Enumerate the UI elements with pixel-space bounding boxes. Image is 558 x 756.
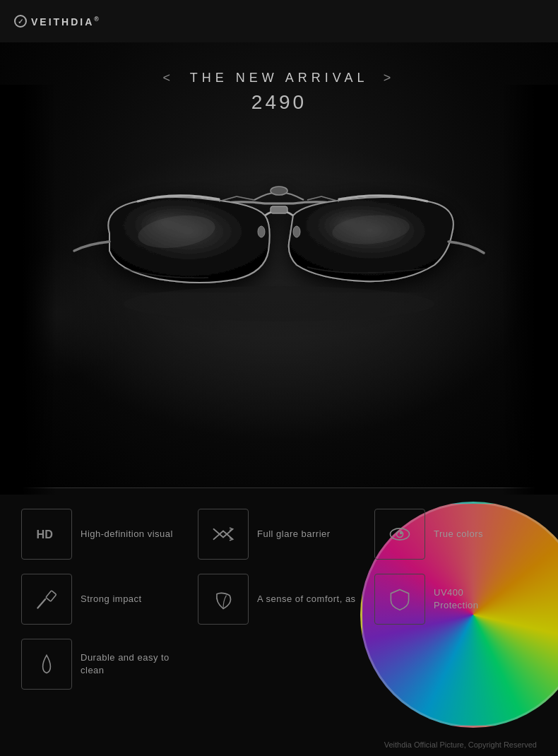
leaf-icon xyxy=(210,586,236,612)
side-fade-right xyxy=(501,85,558,495)
hero-section: < THE NEW ARRIVAL > 2490 xyxy=(0,42,558,495)
eye-icon-box xyxy=(374,509,425,560)
glare-icon-box xyxy=(198,509,249,560)
svg-point-7 xyxy=(124,286,434,321)
svg-rect-3 xyxy=(271,206,287,213)
svg-rect-12 xyxy=(46,591,57,601)
side-fade-left xyxy=(0,85,57,495)
svg-point-4 xyxy=(258,226,265,237)
feature-clean: Durable and easy to clean xyxy=(21,639,191,690)
sunglasses-image xyxy=(67,141,491,353)
hammer-icon xyxy=(34,586,59,612)
svg-point-11 xyxy=(400,532,402,534)
right-arrow: > xyxy=(384,71,396,85)
logo-checkmark: ✓ xyxy=(18,18,23,25)
drop-icon-box xyxy=(21,639,72,690)
feature-impact: Strong impact xyxy=(21,574,191,625)
true-colors-label: True colors xyxy=(434,528,483,541)
hd-icon-box: HD xyxy=(21,509,72,560)
logo-text: VEITHDIA® xyxy=(31,16,101,28)
left-arrow: < xyxy=(163,71,175,85)
logo-brand-name: VEITHDIA xyxy=(31,16,94,27)
features-grid: HD High-definition visual Full glare bar… xyxy=(21,509,537,690)
feature-true-colors: True colors xyxy=(374,509,544,560)
new-arrival-banner: < THE NEW ARRIVAL > 2490 xyxy=(0,42,558,114)
shield-icon xyxy=(387,586,412,612)
hd-label: High-definition visual xyxy=(81,528,173,541)
shuffle-icon xyxy=(210,521,236,547)
clean-label: Durable and easy to clean xyxy=(81,651,191,677)
uv400-label: UV400 Protection xyxy=(434,586,479,612)
copyright-text: Veithdia Official Picture, Copyright Res… xyxy=(384,740,537,749)
eye-icon xyxy=(387,521,412,547)
new-arrival-label: THE NEW ARRIVAL xyxy=(190,71,368,85)
leaf-icon-box xyxy=(198,574,249,625)
header: ✓ VEITHDIA® xyxy=(0,0,558,42)
shield-icon-box xyxy=(374,574,425,625)
feature-hd: HD High-definition visual xyxy=(21,509,191,560)
logo: ✓ VEITHDIA® xyxy=(14,15,101,28)
svg-line-13 xyxy=(37,599,45,608)
svg-point-6 xyxy=(271,187,287,195)
features-section: HD High-definition visual Full glare bar… xyxy=(0,488,558,756)
feature-uv400: UV400 Protection xyxy=(374,574,544,625)
logo-icon: ✓ xyxy=(14,15,27,28)
svg-text:HD: HD xyxy=(37,528,54,541)
hd-icon: HD xyxy=(34,521,59,547)
feature-comfort: A sense of comfort, as xyxy=(198,574,367,625)
drop-icon xyxy=(34,651,59,677)
svg-point-5 xyxy=(293,226,300,237)
feature-glare: Full glare barrier xyxy=(198,509,367,560)
logo-registered: ® xyxy=(94,16,101,23)
svg-point-9 xyxy=(391,528,410,540)
impact-label: Strong impact xyxy=(81,593,142,606)
comfort-label: A sense of comfort, as xyxy=(257,593,356,606)
glare-label: Full glare barrier xyxy=(257,528,331,541)
new-arrival-title: < THE NEW ARRIVAL > xyxy=(0,71,558,85)
hammer-icon-box xyxy=(21,574,72,625)
model-number: 2490 xyxy=(0,91,558,114)
